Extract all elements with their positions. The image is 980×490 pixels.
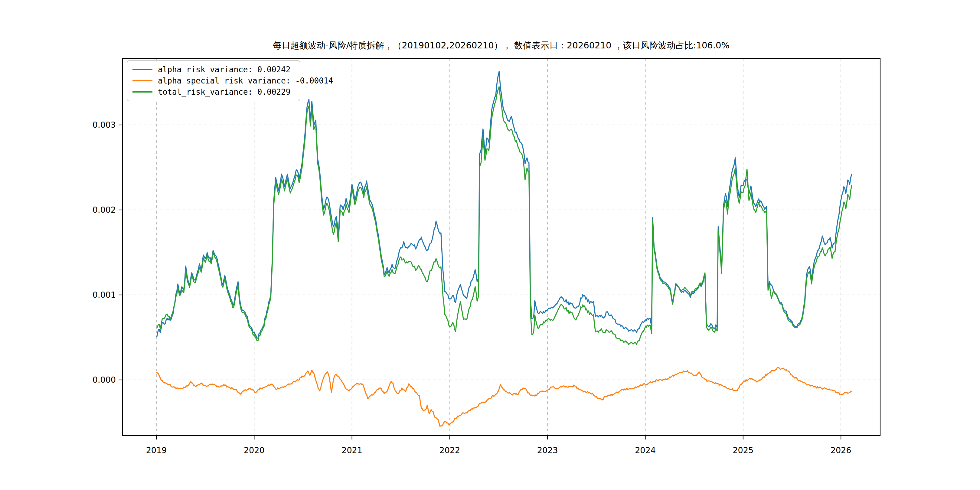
x-tick-label: 2022 [439, 445, 460, 455]
chart: 每日超额波动-风险/特质拆解，（20190102,20260210）， 数值表示… [0, 0, 980, 490]
legend-label-total_risk_variance: total_risk_variance: 0.00229 [158, 88, 290, 97]
y-tick-label: 0.003 [92, 120, 116, 129]
x-tick-label: 2026 [830, 445, 851, 455]
y-tick-label: 0.002 [92, 205, 116, 215]
y-tick-label: 0.001 [92, 290, 116, 299]
x-tick-label: 2023 [537, 445, 558, 455]
figure-canvas: 每日超额波动-风险/特质拆解，（20190102,20260210）， 数值表示… [0, 0, 980, 490]
x-tick-label: 2021 [342, 445, 362, 455]
x-tick-label: 2019 [146, 445, 167, 455]
legend-label-alpha_special_risk_variance: alpha_special_risk_variance: -0.00014 [158, 76, 333, 86]
y-tick-label: 0.000 [92, 375, 116, 385]
legend-label-alpha_risk_variance: alpha_risk_variance: 0.00242 [158, 65, 290, 75]
x-tick-label: 2020 [244, 445, 265, 455]
chart-title: 每日超额波动-风险/特质拆解，（20190102,20260210）， 数值表示… [273, 40, 730, 51]
x-tick-label: 2025 [733, 445, 753, 455]
x-tick-label: 2024 [635, 445, 656, 455]
